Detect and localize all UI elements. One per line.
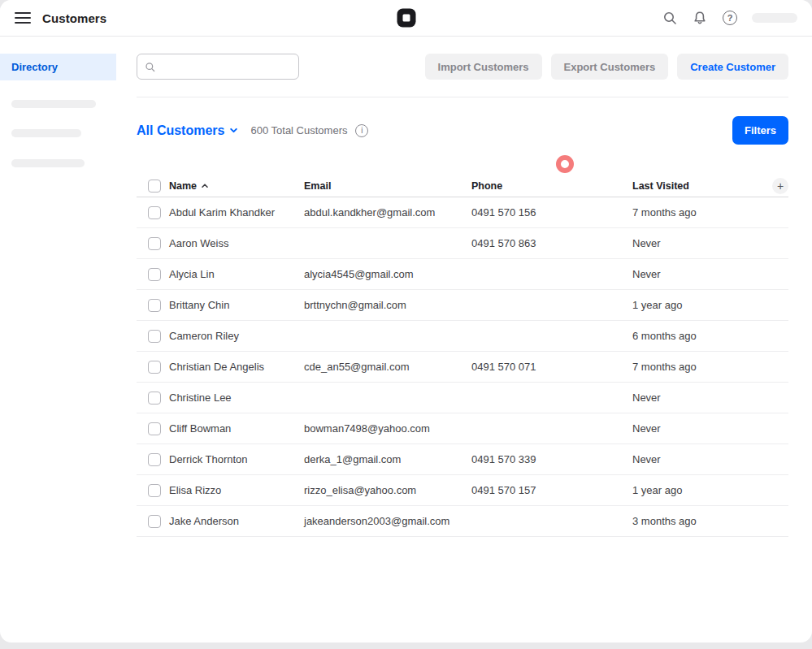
info-icon[interactable]: i (355, 124, 368, 137)
table-row[interactable]: Cliff Bowman bowman7498@yahoo.com Never (137, 413, 788, 444)
table-row[interactable]: Abdul Karim Khandker abdul.kandkher@gmai… (137, 197, 788, 228)
table-row[interactable]: Elisa Rizzo rizzo_elisa@yahoo.com 0491 5… (137, 475, 788, 506)
customer-email: bowman7498@yahoo.com (304, 422, 471, 435)
account-placeholder[interactable] (752, 13, 797, 23)
page-title: Customers (42, 11, 106, 25)
customer-last-visited: 1 year ago (632, 484, 766, 496)
row-checkbox[interactable] (148, 361, 161, 374)
toolbar: Import Customers Export Customers Create… (137, 54, 788, 80)
search-icon[interactable] (662, 10, 678, 26)
customer-email: jakeanderson2003@gmail.com (304, 515, 471, 527)
row-checkbox[interactable] (148, 299, 161, 312)
top-bar: Customers ? (0, 0, 812, 37)
table-row[interactable]: Christian De Angelis cde_an55@gmail.com … (137, 352, 788, 383)
row-checkbox[interactable] (148, 268, 161, 281)
sidebar: Directory (0, 37, 116, 643)
select-all-checkbox[interactable] (148, 180, 161, 193)
table-row[interactable]: Brittany Chin brttnychn@gmail.com 1 year… (137, 290, 788, 321)
customer-name: Alycia Lin (169, 268, 304, 280)
create-customer-button[interactable]: Create Customer (677, 54, 788, 80)
customer-last-visited: Never (632, 237, 766, 249)
customer-last-visited: 7 months ago (632, 361, 766, 373)
row-checkbox[interactable] (148, 453, 161, 466)
customer-name: Jake Anderson (169, 515, 304, 527)
customer-search-input[interactable] (161, 61, 291, 73)
column-header-last-visited[interactable]: Last Visited (632, 180, 766, 192)
customer-last-visited: 7 months ago (632, 206, 766, 218)
customer-name: Cameron Riley (169, 330, 304, 342)
search-icon (145, 61, 155, 73)
customer-name: Elisa Rizzo (169, 484, 304, 496)
bell-icon[interactable] (692, 10, 708, 26)
customer-last-visited: 3 months ago (632, 515, 766, 527)
table-row[interactable]: Derrick Thornton derka_1@gmail.com 0491 … (137, 444, 788, 475)
customer-name: Derrick Thornton (169, 453, 304, 465)
customer-phone: 0491 570 339 (471, 453, 632, 465)
menu-icon[interactable] (15, 11, 31, 24)
customer-name: Abdul Karim Khandker (169, 206, 304, 218)
customer-phone: 0491 570 157 (471, 484, 632, 496)
row-checkbox[interactable] (148, 515, 161, 528)
app-window: Customers ? Directo (0, 0, 812, 643)
customer-email: cde_an55@gmail.com (304, 361, 471, 373)
customer-email: abdul.kandkher@gmail.com (304, 206, 471, 218)
sidebar-skeleton-item (11, 159, 85, 167)
column-header-name[interactable]: Name (169, 180, 304, 192)
customer-name: Christian De Angelis (169, 361, 304, 373)
summary-row: All Customers 600 Total Customers i Filt… (137, 116, 788, 145)
customer-last-visited: Never (632, 268, 766, 280)
total-customers-count: 600 Total Customers (250, 124, 347, 136)
square-logo-icon (397, 9, 415, 28)
customer-phone: 0491 570 071 (471, 361, 632, 373)
segment-label: All Customers (137, 123, 224, 138)
filters-button[interactable]: Filters (732, 116, 788, 145)
sidebar-skeleton-item (11, 100, 96, 108)
customer-phone: 0491 570 156 (471, 206, 632, 218)
customer-email: brttnychn@gmail.com (304, 299, 471, 311)
customer-segment-dropdown[interactable]: All Customers (137, 123, 238, 138)
main-content: Import Customers Export Customers Create… (116, 37, 812, 643)
sort-ascending-icon (201, 182, 209, 190)
table-header-row: Name Email Phone Last Visited + (137, 175, 788, 197)
row-checkbox[interactable] (148, 484, 161, 497)
customer-email: alycia4545@gmail.com (304, 268, 471, 280)
import-customers-button[interactable]: Import Customers (425, 54, 542, 80)
customer-phone: 0491 570 863 (471, 237, 632, 249)
table-row[interactable]: Alycia Lin alycia4545@gmail.com Never (137, 259, 788, 290)
table-row[interactable]: Jake Anderson jakeanderson2003@gmail.com… (137, 506, 788, 537)
toolbar-divider (137, 97, 788, 97)
column-header-phone[interactable]: Phone (471, 180, 632, 192)
table-row[interactable]: Christine Lee Never (137, 383, 788, 413)
customer-last-visited: 1 year ago (632, 299, 766, 311)
row-checkbox[interactable] (148, 330, 161, 343)
customer-name: Christine Lee (169, 392, 304, 404)
table-body: Abdul Karim Khandker abdul.kandkher@gmai… (137, 197, 788, 537)
customer-email: derka_1@gmail.com (304, 453, 471, 465)
customer-search-box[interactable] (137, 54, 299, 80)
table-row[interactable]: Aaron Weiss 0491 570 863 Never (137, 228, 788, 259)
customer-name: Aaron Weiss (169, 237, 304, 249)
customer-last-visited: Never (632, 453, 766, 465)
customer-last-visited: Never (632, 422, 766, 435)
row-checkbox[interactable] (148, 392, 161, 405)
chevron-down-icon (229, 126, 238, 135)
row-checkbox[interactable] (148, 422, 161, 435)
help-icon[interactable]: ? (722, 10, 738, 26)
sidebar-item-directory[interactable]: Directory (0, 54, 116, 80)
customer-name: Cliff Bowman (169, 422, 304, 435)
sidebar-skeleton-item (11, 129, 81, 137)
customer-name: Brittany Chin (169, 299, 304, 311)
add-column-button[interactable]: + (772, 178, 788, 194)
customer-last-visited: Never (632, 392, 766, 404)
export-customers-button[interactable]: Export Customers (551, 54, 669, 80)
column-header-email[interactable]: Email (304, 180, 471, 192)
customers-table: Name Email Phone Last Visited + Abdul Ka… (137, 175, 788, 537)
customer-last-visited: 6 months ago (632, 330, 766, 342)
row-checkbox[interactable] (148, 237, 161, 250)
row-checkbox[interactable] (148, 206, 161, 219)
table-row[interactable]: Cameron Riley 6 months ago (137, 321, 788, 352)
customer-email: rizzo_elisa@yahoo.com (304, 484, 471, 496)
